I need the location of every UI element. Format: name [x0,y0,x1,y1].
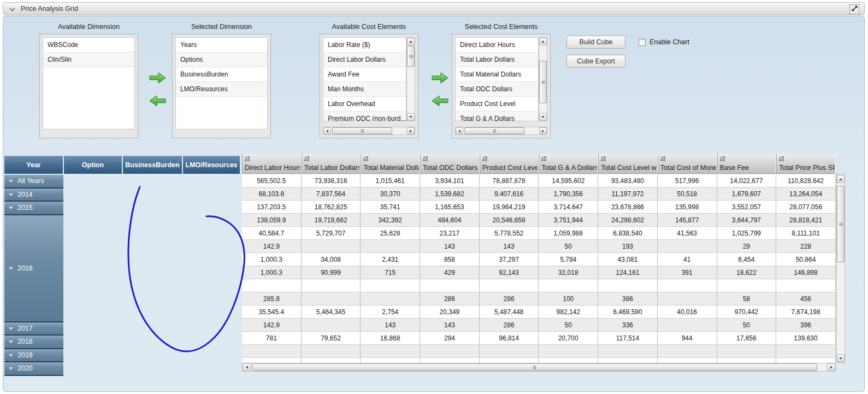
grid-horizontal-scrollbar[interactable] [242,363,836,372]
list-item[interactable]: Premium ODC (non-burd... [323,111,406,121]
move-handle-icon [720,156,722,158]
list-item[interactable]: Total Labor Dollars [456,52,538,67]
grid-column-header[interactable]: Total Cost Level wit [598,154,658,174]
enable-chart-label: Enable Chart [649,38,689,46]
list-item[interactable]: WBSCode [43,38,134,52]
grid-cell [302,240,361,253]
grid-cell: 17,656 [717,332,777,345]
year-row-header-2018[interactable]: 2018 [4,336,63,349]
selected-cost-horizontal-scrollbar[interactable] [455,127,547,135]
scroll-up-button[interactable] [407,38,415,45]
year-row-header-2019[interactable]: 2019 [4,349,63,363]
scrollbar-thumb[interactable] [837,186,845,262]
selected-cost-elements-list[interactable]: Direct Labor HoursTotal Labor DollarsTot… [455,37,539,121]
scroll-down-button[interactable] [407,113,415,121]
grid-cell: 50,518 [658,187,717,201]
scroll-left-button[interactable] [323,127,331,134]
list-item[interactable]: Total ODC Dollars [456,82,538,97]
year-row-header-2020[interactable]: 2020 [4,362,63,376]
available-dimension-list[interactable]: WBSCodeClin/Slin [43,37,135,130]
list-item[interactable]: Total G & A Dollars [456,111,538,121]
arrow-right-icon [432,77,448,85]
grid-column-header[interactable]: Total Material Dolla [361,154,420,174]
grid-cell: 16,868 [361,332,420,345]
expand-panel-button[interactable] [849,4,859,14]
scroll-up-button[interactable] [837,175,845,183]
grid-column-header[interactable]: Total Price Plus SP [776,154,836,174]
scroll-right-button[interactable] [407,127,415,134]
move-dimension-left-button[interactable] [149,95,166,107]
grid-cell: 6,838,540 [598,227,658,240]
grid-cell: 7,674,198 [776,305,836,319]
list-item[interactable]: Man Months [323,82,406,97]
grid-column-header[interactable]: Product Cost Level [480,154,539,174]
build-cube-button[interactable]: Build Cube [566,36,625,49]
list-item[interactable]: Years [176,38,267,52]
scrollbar-thumb[interactable] [464,127,524,134]
list-item[interactable]: Award Fee [323,67,406,82]
scroll-right-button[interactable] [539,127,547,134]
grid-cell: 19,719,662 [302,214,361,227]
scrollbar-thumb[interactable] [332,127,392,134]
year-row-header-2014[interactable]: 2014 [4,189,63,202]
grid-column-header[interactable]: Direct Labor Hours [242,154,302,174]
selected-dimension-list[interactable]: YearsOptionsBusinessBurdenLMO/Resources [175,37,268,130]
selected-dimension-label: Selected Dimension [172,23,271,31]
year-row-header-2016[interactable]: 2016 [4,215,63,322]
grid-header-lmo-resources[interactable]: LMO/Resources [183,156,240,174]
scroll-up-button[interactable] [539,38,547,45]
list-item[interactable]: Labor Overhead [323,97,406,111]
list-item[interactable]: Options [176,52,267,67]
cube-export-button[interactable]: Cube Export [566,55,625,68]
move-cost-right-button[interactable] [432,72,448,84]
scroll-left-button[interactable] [456,127,463,134]
list-item[interactable]: Clin/Slin [43,52,134,67]
grid-column-header[interactable]: Total G & A Dollars [539,154,598,174]
grid-row: 137,203.518,762,82535,7411,165,65319,964… [242,201,836,214]
grid-cell: 13,264,054 [776,187,836,201]
selected-cost-vertical-scrollbar[interactable] [539,37,547,121]
grid-cell: 982,142 [539,305,598,319]
grid-cell [598,358,658,363]
grid-header-option[interactable]: Option [64,156,122,174]
scrollbar-thumb[interactable] [539,61,547,103]
grid-cell: 3,552,057 [717,201,777,214]
grid-header-businessburden[interactable]: BusinessBurden [123,156,182,174]
selected-dimension-listbox: YearsOptionsBusinessBurdenLMO/Resources [172,34,271,138]
triangle-up-icon [839,177,842,180]
available-cost-vertical-scrollbar[interactable] [406,37,415,121]
list-item[interactable]: BusinessBurden [176,67,267,82]
grid-vertical-scrollbar[interactable] [836,174,845,363]
thumb-grip-icon [409,55,413,56]
list-item[interactable]: Labor Rate ($) [323,38,406,52]
scroll-left-button[interactable] [243,363,251,371]
available-cost-horizontal-scrollbar[interactable] [323,127,415,135]
collapse-panel-button[interactable] [8,5,16,13]
year-row-header-2017[interactable]: 2017 [4,322,63,336]
grid-cell: 41,563 [658,227,717,240]
scrollbar-thumb[interactable] [252,363,817,371]
scroll-down-button[interactable] [539,113,547,121]
scrollbar-thumb[interactable] [407,46,415,67]
list-item[interactable]: Direct Labor Dollars [323,52,406,67]
move-dimension-right-button[interactable] [149,72,166,84]
grid-header-year[interactable]: Year [4,156,63,174]
list-item[interactable]: LMO/Resources [176,82,267,97]
list-item[interactable]: Direct Labor Hours [456,38,538,52]
grid-cell: 3,714,647 [539,201,598,214]
move-cost-left-button[interactable] [432,95,448,107]
list-item[interactable]: Product Cost Level [456,97,538,111]
grid-column-header[interactable]: Total Cost of Money [658,154,717,174]
grid-column-header[interactable]: Total Labor Dollars [302,154,361,174]
year-row-header-2015[interactable]: 2015 [4,202,63,215]
enable-chart-checkbox[interactable] [639,39,646,46]
list-item[interactable]: Total Material Dollars [456,67,538,82]
year-row-header-all-years[interactable]: All Years [4,175,63,189]
grid-column-header[interactable]: Base Fee [717,154,777,174]
scroll-down-button[interactable] [837,354,845,362]
scroll-right-button[interactable] [827,363,835,371]
grid-column-header[interactable]: Total ODC Dollars [420,154,480,174]
available-cost-elements-list[interactable]: Labor Rate ($)Direct Labor DollarsAward … [323,37,406,121]
available-dimension-label: Available Dimension [39,23,138,31]
grid-cell: 19,964,219 [480,201,539,214]
